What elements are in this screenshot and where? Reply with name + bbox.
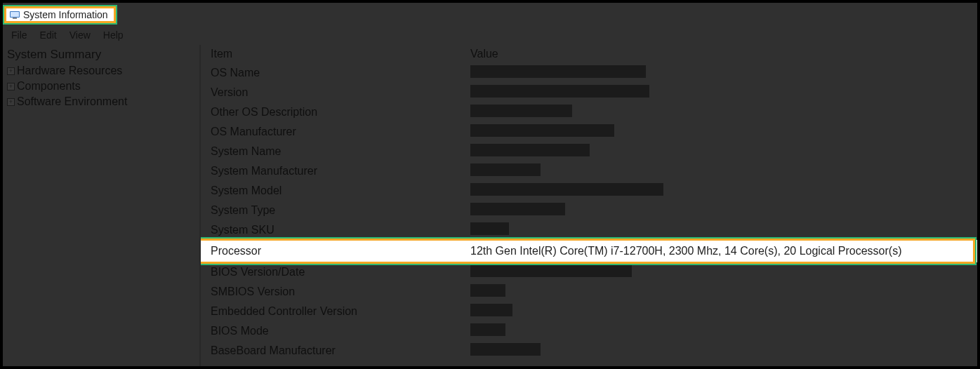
table-row[interactable]: OS Name: [201, 63, 977, 83]
client-area: System Summary + Hardware Resources + Co…: [3, 45, 977, 366]
tree-root-system-summary[interactable]: System Summary: [6, 46, 197, 63]
redacted-value: [470, 264, 632, 277]
row-item-label: System Name: [201, 145, 468, 158]
table-row[interactable]: Embedded Controller Version: [201, 302, 977, 321]
table-row[interactable]: Other OS Description: [201, 102, 977, 122]
row-value: [468, 85, 977, 100]
expand-icon[interactable]: +: [7, 67, 15, 75]
menubar: File Edit View Help: [4, 27, 976, 43]
titlebar[interactable]: System Information: [4, 6, 116, 23]
row-value: [468, 323, 977, 339]
tree-item-label: Components: [17, 80, 81, 93]
row-item-label: System Model: [201, 184, 468, 197]
tree-item-components[interactable]: + Components: [6, 79, 197, 94]
menu-view[interactable]: View: [64, 28, 96, 42]
row-value: [468, 124, 977, 140]
column-headers: Item Value: [201, 45, 977, 63]
table-row[interactable]: Version: [201, 83, 977, 102]
table-row[interactable]: System Manufacturer: [201, 161, 977, 181]
table-row[interactable]: System Name: [201, 142, 977, 161]
row-item-label: System SKU: [201, 224, 468, 236]
row-value: [468, 144, 977, 159]
column-header-item[interactable]: Item: [201, 48, 468, 60]
expand-icon[interactable]: +: [7, 83, 15, 90]
row-value: [468, 343, 977, 358]
row-value: [468, 304, 977, 319]
row-value: [468, 222, 977, 238]
tree-item-software-environment[interactable]: + Software Environment: [6, 94, 197, 109]
rows-container: OS NameVersionOther OS DescriptionOS Man…: [201, 63, 977, 361]
tree-item-label: Hardware Resources: [17, 65, 122, 77]
redacted-value: [470, 343, 541, 356]
svg-rect-2: [13, 18, 17, 19]
table-row[interactable]: System Type: [201, 201, 977, 220]
table-row[interactable]: System Model: [201, 181, 977, 201]
redacted-value: [470, 124, 614, 137]
row-item-label: BaseBoard Manufacturer: [201, 344, 468, 357]
tree-item-label: Software Environment: [17, 95, 127, 108]
tree-item-hardware-resources[interactable]: + Hardware Resources: [6, 63, 197, 79]
table-row[interactable]: System SKU: [201, 220, 977, 240]
column-header-value[interactable]: Value: [468, 48, 977, 60]
table-row[interactable]: BaseBoard Manufacturer: [201, 341, 977, 361]
row-value: [468, 284, 977, 300]
tree-pane[interactable]: System Summary + Hardware Resources + Co…: [3, 45, 201, 366]
row-item-label: System Manufacturer: [201, 165, 468, 177]
window-title: System Information: [23, 9, 108, 20]
redacted-value: [470, 284, 505, 297]
redacted-value: [470, 65, 646, 78]
table-row[interactable]: Processor12th Gen Intel(R) Core(TM) i7-1…: [201, 240, 977, 262]
row-item-label: OS Name: [201, 67, 468, 79]
table-row[interactable]: BIOS Version/Date: [201, 262, 977, 282]
row-item-label: Processor: [201, 245, 468, 257]
menu-edit[interactable]: Edit: [34, 28, 62, 42]
redacted-value: [470, 222, 509, 235]
table-row[interactable]: OS Manufacturer: [201, 122, 977, 142]
svg-rect-1: [11, 12, 19, 17]
redacted-value: [470, 323, 505, 336]
row-value: [468, 264, 977, 280]
row-value: [468, 203, 977, 218]
table-row[interactable]: SMBIOS Version: [201, 282, 977, 302]
redacted-value: [470, 183, 663, 196]
menu-file[interactable]: File: [6, 28, 33, 42]
redacted-value: [470, 105, 572, 117]
row-value: [468, 163, 977, 179]
redacted-value: [470, 163, 541, 176]
redacted-value: [470, 85, 649, 98]
row-item-label: SMBIOS Version: [201, 286, 468, 298]
row-value: 12th Gen Intel(R) Core(TM) i7-12700H, 23…: [468, 245, 977, 257]
row-item-label: System Type: [201, 204, 468, 217]
menu-help[interactable]: Help: [98, 28, 129, 42]
system-info-icon: [9, 9, 20, 20]
row-value: [468, 65, 977, 81]
row-item-label: Version: [201, 86, 468, 99]
table-row[interactable]: BIOS Mode: [201, 321, 977, 341]
expand-icon[interactable]: +: [7, 98, 15, 106]
redacted-value: [470, 304, 512, 316]
row-item-label: BIOS Mode: [201, 325, 468, 337]
row-item-label: Other OS Description: [201, 106, 468, 119]
row-value: [468, 105, 977, 120]
redacted-value: [470, 203, 565, 215]
row-item-label: Embedded Controller Version: [201, 305, 468, 318]
redacted-value: [470, 144, 590, 156]
row-item-label: BIOS Version/Date: [201, 266, 468, 279]
details-pane[interactable]: Item Value OS NameVersionOther OS Descri…: [201, 45, 977, 366]
row-item-label: OS Manufacturer: [201, 126, 468, 138]
row-value: [468, 183, 977, 199]
system-information-window: System Information File Edit View Help S…: [0, 0, 980, 369]
